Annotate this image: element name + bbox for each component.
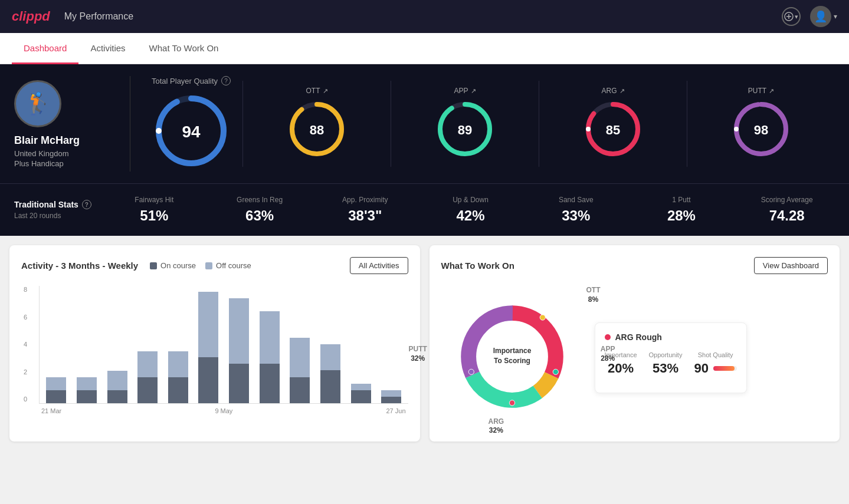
bar-group [255,285,284,403]
wtwo-content: Importance To Scoring OTT 8% [441,286,828,430]
add-button[interactable]: ▾ [782,7,801,26]
info-dot [605,334,611,340]
divider [130,76,130,172]
stat-scoring-average: Scoring Average 74.28 [739,196,835,224]
bar-on-course [351,390,371,403]
total-quality-circle: 94 [153,93,230,172]
what-to-work-on-card: What To Work On View Dashboard [430,245,840,442]
app-logo: clippd [12,9,50,24]
player-info: 🏌️ Blair McHarg United Kingdom Plus Hand… [14,80,120,168]
app-value: 89 [458,123,472,138]
bar-group [286,285,314,403]
legend-off-course: Off course [205,261,251,270]
header-right: ▾ 👤 ▾ [782,6,837,27]
bar-off-course [137,351,158,377]
user-menu[interactable]: 👤 ▾ [810,6,837,27]
bar-group [73,285,101,403]
putt-value: 98 [754,123,768,138]
bar-on-course [198,357,218,403]
player-name: Blair McHarg [14,134,80,147]
activity-card-header: Activity - 3 Months - Weekly On course O… [21,257,408,274]
arg-circle: 85 [584,100,643,161]
stat-app-proximity: App. Proximity 38'3" [317,196,413,224]
avatar: 🏌️ [14,80,61,127]
app-label: APP ↗ [397,87,533,95]
svg-point-13 [734,127,739,131]
trad-stats-label: Traditional Stats ? Last 20 rounds [14,200,97,220]
user-avatar: 👤 [810,6,831,27]
stat-1-putt: 1 Putt 28% [634,196,730,224]
tab-dashboard[interactable]: Dashboard [12,34,78,64]
help-icon[interactable]: ? [221,76,231,85]
quality-section: Total Player Quality ? 94 OTT ↗ [140,76,835,172]
svg-text:To Scoring: To Scoring [494,357,530,365]
activity-card: Activity - 3 Months - Weekly On course O… [9,245,420,442]
bar-off-course [381,390,401,397]
app-segment-label: APP 28% [601,345,615,363]
svg-point-24 [509,400,514,406]
arg-trend-icon: ↗ [619,87,625,95]
off-course-dot [205,262,212,269]
plus-icon [784,12,794,21]
shot-quality-metric: Shot Quality 90 [694,351,736,376]
x-axis: 21 Mar 9 May 27 Jun [39,404,408,414]
svg-point-3 [156,128,162,134]
player-country: United Kingdom [14,149,69,158]
svg-point-22 [540,315,545,320]
putt-trend-icon: ↗ [769,87,774,95]
arg-rough-info-card: ARG Rough Importance 20% Opportunity 53%… [595,322,747,393]
chart-legend: On course Off course [150,261,251,270]
tab-activities[interactable]: Activities [78,34,137,64]
donut-chart: Importance To Scoring [441,286,583,427]
app-circle: 89 [435,100,494,161]
bar-off-course [168,351,188,377]
legend-on-course: On course [150,261,196,270]
stat-up-down: Up & Down 42% [422,196,519,224]
bar-off-course [229,298,249,364]
ott-trend-icon: ↗ [323,87,328,95]
bar-on-course [260,364,280,403]
metric-app: APP ↗ 89 [391,81,539,167]
putt-label: PUTT ↗ [693,87,829,95]
ott-value: 88 [310,123,324,138]
total-quality-value: 94 [182,123,200,141]
bar-off-course [46,377,66,390]
ott-circle: 88 [287,100,346,161]
metric-arg: ARG ↗ 85 [539,81,687,167]
bar-off-course [351,384,371,390]
bar-group [164,285,193,403]
svg-point-23 [553,369,558,374]
stat-fairways-hit: Fairways Hit 51% [106,196,202,224]
view-dashboard-button[interactable]: View Dashboard [754,257,828,274]
stats-banner: 🏌️ Blair McHarg United Kingdom Plus Hand… [0,64,849,183]
bar-group [346,285,375,403]
bar-group [194,285,223,403]
putt-segment-label: PUTT 32% [409,345,427,363]
ott-label: OTT ↗ [249,87,385,95]
donut-chart-wrapper: Importance To Scoring OTT 8% [441,286,583,430]
tab-what-to-work-on[interactable]: What To Work On [137,34,231,64]
bar-group [133,285,162,403]
chart-area: 0 2 4 6 8 21 Mar 9 May 27 Jun [21,286,408,421]
trad-help-icon[interactable]: ? [82,200,91,209]
ott-segment-label: OTT 8% [586,286,601,304]
app-trend-icon: ↗ [471,87,476,95]
metric-ott: OTT ↗ 88 [242,81,391,167]
bar-on-course [46,390,66,403]
total-quality: Total Player Quality ? 94 [140,76,242,172]
bar-on-course [381,397,401,403]
page-title: My Performance [64,11,133,22]
bar-on-course [107,390,127,403]
putt-circle: 98 [732,100,791,161]
activity-chart-title: Activity - 3 Months - Weekly [21,261,138,271]
bar-group [42,285,71,403]
bar-off-course [290,338,310,377]
bar-group [103,285,132,403]
svg-point-25 [468,369,474,374]
total-quality-label: Total Player Quality ? [152,76,231,85]
app-header: clippd My Performance ▾ 👤 ▾ [0,0,849,33]
bar-off-course [320,344,340,370]
shot-quality-bar-bg [713,366,737,371]
all-activities-button[interactable]: All Activities [350,257,408,274]
trad-stats-title: Traditional Stats ? [14,200,97,209]
